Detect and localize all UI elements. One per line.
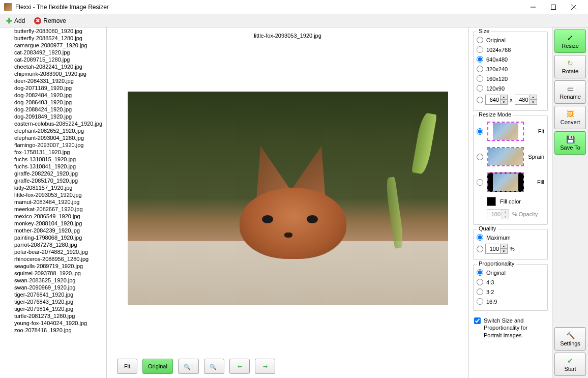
file-item[interactable]: giraffe-2082262_1920.jpg [0, 170, 106, 177]
fill-color-swatch[interactable] [487, 197, 496, 206]
file-list[interactable]: butterfly-2083080_1920.jpgbutterfly-2088… [0, 27, 107, 378]
mode-radio-fit[interactable] [477, 128, 483, 135]
size-radio-160x120[interactable] [477, 75, 483, 82]
file-item[interactable]: kitty-2081157_1920.jpg [0, 184, 106, 191]
size-radio-120x90[interactable] [477, 85, 483, 92]
file-item[interactable]: squirrel-2093788_1920.jpg [0, 270, 106, 277]
convert-action-button[interactable]: 🖼 Convert [554, 106, 586, 129]
mode-thumb-fit[interactable] [487, 122, 524, 141]
file-item[interactable]: dog-2088424_1920.jpg [0, 106, 106, 113]
file-item[interactable]: dog-2091849_1920.jpg [0, 113, 106, 120]
file-item[interactable]: mamut-2083484_1920.jpg [0, 198, 106, 206]
mode-radio-sprain[interactable] [477, 154, 483, 160]
file-item[interactable]: rhinoceros-2088956_1280.jpg [0, 255, 106, 263]
chevron-down-icon[interactable]: ▼ [500, 100, 507, 104]
prop-radio-3-2[interactable] [477, 288, 483, 295]
saveto-action-button[interactable]: 💾 Save To [554, 131, 586, 155]
original-button[interactable]: Original [142, 359, 173, 374]
minimize-button[interactable] [523, 1, 543, 13]
quality-input[interactable] [486, 246, 500, 252]
file-item[interactable]: zoo-2078416_1920.jpg [0, 327, 106, 334]
maximize-button[interactable] [543, 1, 564, 13]
file-item[interactable]: elephant-2093004_1280.jpg [0, 134, 106, 141]
preview-toolbar: Fit Original 🔍+ 🔍− ⬅ ➡ [107, 355, 468, 378]
rename-action-button[interactable]: ▭ Rename [554, 80, 586, 104]
chevron-up-icon[interactable]: ▲ [500, 244, 507, 249]
file-item[interactable]: mother-2084239_1920.jpg [0, 227, 106, 234]
file-item[interactable]: fuchs-1310815_1920.jpg [0, 156, 106, 163]
opacity-spinner: ▲▼ [487, 209, 509, 219]
prop-radio-16-9[interactable] [477, 298, 483, 305]
file-item[interactable]: swan-2083625_1920.jpg [0, 277, 106, 284]
add-button[interactable]: ✚ Add [3, 16, 28, 26]
file-item[interactable]: giraffe-2085170_1920.jpg [0, 177, 106, 184]
file-item[interactable]: dog-2071189_1920.jpg [0, 84, 106, 92]
start-action-button[interactable]: ✔ Start [554, 353, 586, 376]
quality-radio-max[interactable] [477, 234, 483, 241]
file-item[interactable]: fox-1758131_1920.jpg [0, 149, 106, 156]
prev-button[interactable]: ⬅ [229, 359, 250, 374]
file-item[interactable]: chipmunk-2083900_1920.jpg [0, 70, 106, 77]
fit-button[interactable]: Fit [117, 359, 137, 374]
zoom-out-button[interactable]: 🔍− [204, 359, 225, 374]
preview-filename: little-fox-2093053_1920.jpg [107, 27, 468, 42]
file-item[interactable]: little-fox-2093053_1920.jpg [0, 191, 106, 198]
file-item[interactable]: swan-2090969_1920.jpg [0, 284, 106, 291]
mode-thumb-sprain[interactable] [487, 147, 524, 166]
quality-radio-custom[interactable] [477, 246, 483, 252]
file-item[interactable]: elephant-2082652_1920.jpg [0, 127, 106, 134]
file-item[interactable]: butterfly-2088524_1280.jpg [0, 35, 106, 42]
prop-radio-original[interactable] [477, 269, 483, 276]
file-item[interactable]: monkey-2088104_1920.jpg [0, 220, 106, 227]
chevron-up-icon[interactable]: ▲ [500, 95, 507, 100]
close-button[interactable] [564, 1, 584, 13]
file-item[interactable]: polar-bear-2074882_1920.jpg [0, 248, 106, 255]
size-radio-640x480[interactable] [477, 56, 483, 63]
file-item[interactable]: tiger-2076843_1920.jpg [0, 298, 106, 305]
resize-action-button[interactable]: ⤢ Resize [554, 30, 586, 53]
mode-thumb-fill[interactable] [487, 172, 524, 192]
next-button[interactable]: ➡ [255, 359, 275, 374]
file-item[interactable]: seagulls-2089719_1920.jpg [0, 263, 106, 270]
file-item[interactable]: painting-1798068_1920.jpg [0, 234, 106, 241]
zoom-out-icon: 🔍− [210, 363, 219, 370]
file-item[interactable]: eastern-colobus-2085224_1920.jpg [0, 120, 106, 127]
file-item[interactable]: cheetah-2082241_1920.jpg [0, 63, 106, 70]
file-item[interactable]: deer-2084331_1920.jpg [0, 77, 106, 84]
rotate-action-button[interactable]: ↻ Rotate [554, 55, 586, 78]
file-item[interactable]: turtle-2081273_1280.jpg [0, 312, 106, 319]
file-item[interactable]: mexico-2086549_1920.jpg [0, 213, 106, 220]
remove-button[interactable]: ✖ Remove [31, 16, 69, 25]
file-item[interactable]: butterfly-2083080_1920.jpg [0, 27, 106, 35]
file-item[interactable]: meerkat-2082667_1920.jpg [0, 206, 106, 213]
mode-radio-fill[interactable] [477, 179, 483, 186]
custom-width-input[interactable] [486, 97, 500, 103]
size-radio-custom[interactable] [477, 97, 483, 103]
file-item[interactable]: flamingo-2093007_1920.jpg [0, 141, 106, 149]
chevron-down-icon[interactable]: ▼ [530, 100, 537, 104]
custom-height-input[interactable] [515, 97, 530, 103]
size-radio-320x240[interactable] [477, 66, 483, 72]
zoom-in-button[interactable]: 🔍+ [178, 359, 199, 374]
file-item[interactable]: cat-2089715_1280.jpg [0, 56, 106, 63]
chevron-down-icon[interactable]: ▼ [500, 249, 507, 253]
switch-checkbox[interactable] [474, 317, 481, 324]
file-item[interactable]: tiger-2079814_1920.jpg [0, 305, 106, 312]
file-item[interactable]: cat-2083492_1920.jpg [0, 49, 106, 56]
file-item[interactable]: parrot-2087278_1280.jpg [0, 241, 106, 248]
custom-height-spinner[interactable]: ▲▼ [515, 95, 537, 105]
size-radio-1024x768[interactable] [477, 46, 483, 53]
chevron-up-icon[interactable]: ▲ [530, 95, 537, 100]
file-item[interactable]: young-fox-1404024_1920.jpg [0, 319, 106, 327]
file-item[interactable]: camargue-2080977_1920.jpg [0, 42, 106, 49]
size-radio-original[interactable] [477, 37, 483, 43]
custom-width-spinner[interactable]: ▲▼ [485, 95, 508, 105]
convert-label: Convert [561, 119, 580, 125]
file-item[interactable]: dog-2082484_1920.jpg [0, 92, 106, 99]
file-item[interactable]: dog-2086403_1920.jpg [0, 99, 106, 106]
file-item[interactable]: tiger-2076841_1920.jpg [0, 291, 106, 298]
settings-action-button[interactable]: 🔨 Settings [554, 327, 586, 351]
quality-spinner[interactable]: ▲▼ [485, 244, 508, 254]
prop-radio-4-3[interactable] [477, 279, 483, 285]
file-item[interactable]: fuchs-1310841_1920.jpg [0, 163, 106, 170]
